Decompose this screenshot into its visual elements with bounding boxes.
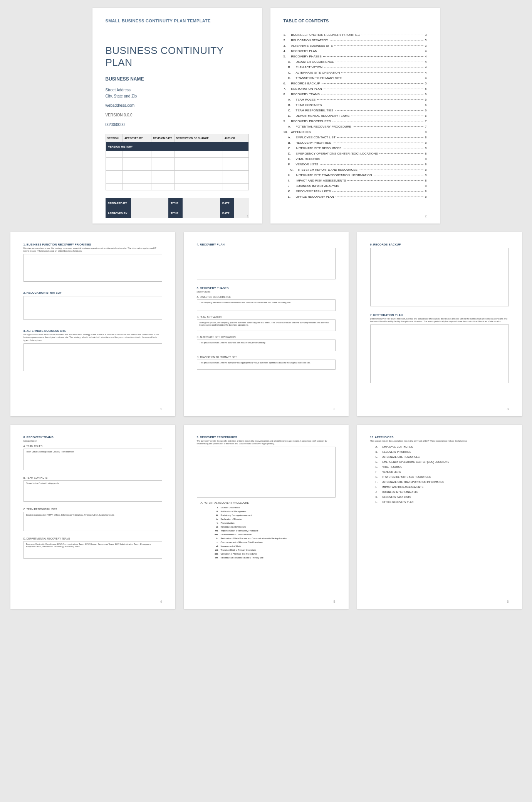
list-text: Preliminary Damage Assessment [221, 514, 252, 516]
table-row [106, 151, 248, 158]
toc-text: ALTERNATE SITE RESOURCES [296, 146, 342, 150]
sec-3-desc: An organization uses the alternate busin… [23, 333, 162, 341]
list-item: B.RECOVERY PRIORITIES [376, 451, 509, 453]
toc-dots [351, 116, 423, 116]
list-item: C.ALTERNATE SITE RESOURCES [376, 456, 509, 458]
toc-item: A.DISASTER OCCURRENCE4 [284, 60, 427, 64]
toc-num: G. [284, 168, 298, 171]
list-text: OFFICE RECOVERY PLAN [383, 501, 414, 503]
signoff-table: PREPARED BY TITLE DATE APPROVED BY TITLE… [106, 198, 249, 218]
list-letter: G. [376, 476, 383, 478]
toc-page: 4 [425, 49, 426, 53]
toc-dots [336, 62, 423, 62]
vh-col-desc: DESCRIPTION OF CHANGE [174, 134, 223, 142]
toc-text: EMPLOYEE CONTACT LIST [296, 136, 336, 139]
list-text: ALTERNATE SITE TRANSPORTATION INFORMATIO… [383, 481, 445, 483]
sec-5a-title: A. DISASTER OCCURRENCE [197, 296, 336, 298]
toc-num: A. [284, 60, 296, 64]
toc-num: D. [284, 76, 296, 80]
table-row [106, 158, 248, 164]
list-numeral: v. [208, 522, 221, 524]
toc-text: PLAN ACTIVATION [296, 66, 323, 69]
toc-text: VITAL RECORDS [296, 157, 321, 161]
toc-dots [323, 56, 423, 57]
toc-text: TRANSITION TO PRIMARY SITE [296, 76, 342, 80]
toc-dots [312, 132, 423, 132]
list-numeral: xiv. [208, 557, 221, 559]
list-text: Relocation of Resources Back to Primary … [221, 557, 263, 559]
toc-dots [336, 197, 423, 197]
toc-dots [322, 159, 423, 159]
city-line: City, State and Zip [106, 93, 249, 99]
toc-dots [343, 78, 423, 78]
toc-num: D. [284, 114, 296, 118]
toc-dots [353, 126, 423, 127]
sec-8-desc: [object Object] [23, 440, 162, 442]
toc-item: 6.RECORDS BACKUP5 [284, 82, 427, 85]
list-text: Management of Work [221, 545, 241, 547]
toc-item: 10.APPENDICES8 [284, 130, 427, 134]
toc-dots [322, 83, 423, 84]
toc-num: A. [284, 125, 296, 128]
toc-page: 8 [425, 130, 426, 134]
toc-page: 4 [425, 55, 426, 58]
vh-col-revdate: REVISION DATE [151, 134, 174, 142]
toc-dots [335, 110, 423, 111]
sec-4-title: 4. RECOVERY PLAN [197, 243, 336, 246]
version-history-caption: VERSION HISTORY [106, 142, 248, 151]
list-item: K.RECOVERY TASK LISTS [376, 496, 509, 498]
toc-item: L.OFFICE RECOVERY PLAN8 [284, 195, 427, 198]
sec-3-title: 3. ALTERNATE BUSINESS SITE [23, 329, 162, 333]
sec-10-desc: This section lists all the appendices ne… [370, 440, 509, 442]
toc-page: 8 [425, 168, 426, 171]
list-item: L.OFFICE RECOVERY PLAN [376, 501, 509, 503]
toc-num: 6. [284, 82, 291, 85]
list-text: Disaster Occurrence [221, 506, 240, 509]
toc-num: J. [284, 184, 296, 188]
toc-page: 4 [425, 76, 426, 80]
sec-8d-box: Business Continuity Coordinator, EOC Com… [23, 541, 162, 559]
toc-item: H.ALTERNATE SITE TRANSPORTATION INFORMAT… [284, 173, 427, 177]
toc-page: 3 [425, 33, 426, 37]
toc-item: B.RECOVERY PRIORITIES8 [284, 141, 427, 145]
page-5: 6. RECORDS BACKUP 7. RESTORATION PLAN Di… [357, 232, 522, 416]
list-item: H.ALTERNATE SITE TRANSPORTATION INFORMAT… [376, 481, 509, 483]
list-item: x.Commencement of Alternate Site Operati… [208, 541, 336, 543]
vh-col-approved: APPROVED BY [123, 134, 151, 142]
sec-5a-text: The company declares a disaster and make… [197, 300, 335, 305]
list-text: Relocation to Alternate Site [221, 526, 246, 528]
list-item: v.Plan Activation [208, 522, 336, 524]
sec-5c-text: This phase continues until the business … [197, 340, 335, 345]
toc-dots [332, 121, 423, 121]
toc-item: 7.RESTORATION PLAN5 [284, 87, 427, 91]
sec-5b-box: During this phase, the company puts the … [197, 319, 336, 331]
sec-5d-title: D. TRANSITION TO PRIMARY SITE [197, 356, 336, 358]
sec-8b-box: Stored in the Contact List Appendix [23, 480, 162, 502]
list-text: Restoration of Data Process and Communic… [221, 537, 287, 540]
list-letter: L. [376, 501, 383, 503]
list-numeral: x. [208, 541, 221, 543]
toc-page: 7 [425, 119, 426, 123]
toc-text: DEPARTMENTAL RECOVERY TEAMS [296, 114, 350, 118]
list-text: RECOVERY TASK LISTS [383, 496, 411, 498]
list-text: Cessation of Alternate Site Procedures [221, 553, 257, 555]
list-text: VENDOR LISTS [383, 471, 401, 473]
table-row [106, 177, 248, 184]
toc-dots [359, 170, 423, 170]
toc-dots [379, 153, 423, 154]
toc-text: RECOVERY TEAMS [291, 92, 320, 96]
title-cell-2 [183, 208, 220, 218]
toc-page: 4 [425, 60, 426, 64]
toc-dots [320, 164, 423, 165]
list-numeral: ix. [208, 537, 221, 540]
toc-text: TEAM RESPONSIBILITIES [296, 109, 334, 112]
toc-page: 6 [425, 109, 426, 112]
toc-text: OFFICE RECOVERY PLAN [296, 195, 334, 198]
toc-item: K.RECOVERY TASK LISTS8 [284, 190, 427, 193]
list-item: J.BUSINESS IMPACT ANALYSIS [376, 491, 509, 493]
page-number: 3 [507, 407, 509, 411]
toc-num: 4. [284, 49, 291, 53]
toc-text: VENDOR LISTS [296, 163, 319, 166]
list-letter: C. [376, 456, 383, 458]
sec-5d-text: This phase continues until the company c… [197, 360, 335, 365]
